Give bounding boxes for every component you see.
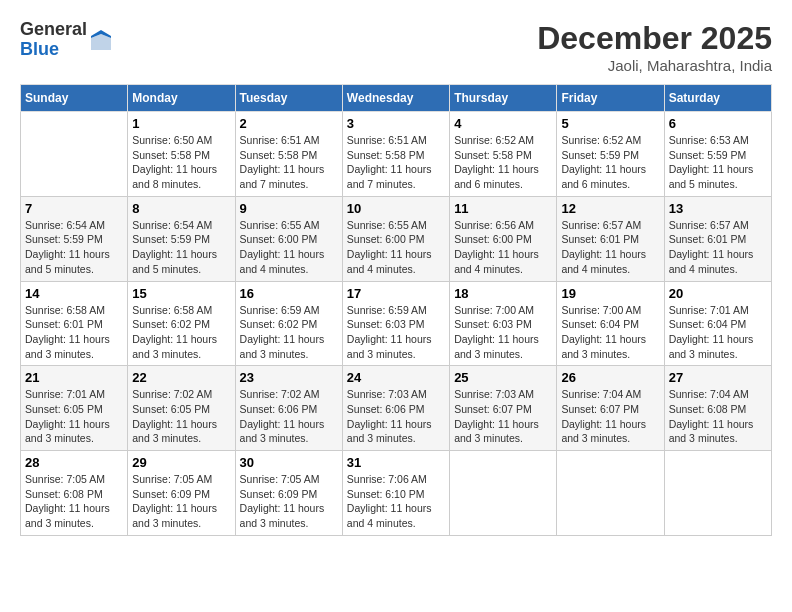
day-number: 23 — [240, 370, 338, 385]
calendar-cell: 25Sunrise: 7:03 AMSunset: 6:07 PMDayligh… — [450, 366, 557, 451]
calendar-cell: 16Sunrise: 6:59 AMSunset: 6:02 PMDayligh… — [235, 281, 342, 366]
day-info: Sunrise: 7:04 AMSunset: 6:08 PMDaylight:… — [669, 387, 767, 446]
calendar-cell: 3Sunrise: 6:51 AMSunset: 5:58 PMDaylight… — [342, 112, 449, 197]
day-info: Sunrise: 7:02 AMSunset: 6:06 PMDaylight:… — [240, 387, 338, 446]
day-info: Sunrise: 7:05 AMSunset: 6:09 PMDaylight:… — [240, 472, 338, 531]
weekday-header: Sunday — [21, 85, 128, 112]
day-info: Sunrise: 6:59 AMSunset: 6:02 PMDaylight:… — [240, 303, 338, 362]
day-info: Sunrise: 7:04 AMSunset: 6:07 PMDaylight:… — [561, 387, 659, 446]
calendar-cell: 31Sunrise: 7:06 AMSunset: 6:10 PMDayligh… — [342, 451, 449, 536]
day-number: 20 — [669, 286, 767, 301]
day-info: Sunrise: 7:01 AMSunset: 6:04 PMDaylight:… — [669, 303, 767, 362]
day-number: 28 — [25, 455, 123, 470]
day-info: Sunrise: 6:57 AMSunset: 6:01 PMDaylight:… — [561, 218, 659, 277]
calendar-cell — [557, 451, 664, 536]
day-number: 10 — [347, 201, 445, 216]
weekday-header: Tuesday — [235, 85, 342, 112]
calendar-cell: 28Sunrise: 7:05 AMSunset: 6:08 PMDayligh… — [21, 451, 128, 536]
day-number: 8 — [132, 201, 230, 216]
day-info: Sunrise: 6:55 AMSunset: 6:00 PMDaylight:… — [240, 218, 338, 277]
calendar-cell: 9Sunrise: 6:55 AMSunset: 6:00 PMDaylight… — [235, 196, 342, 281]
calendar-header-row: SundayMondayTuesdayWednesdayThursdayFrid… — [21, 85, 772, 112]
title-area: December 2025 Jaoli, Maharashtra, India — [537, 20, 772, 74]
calendar-cell: 22Sunrise: 7:02 AMSunset: 6:05 PMDayligh… — [128, 366, 235, 451]
calendar-cell: 17Sunrise: 6:59 AMSunset: 6:03 PMDayligh… — [342, 281, 449, 366]
day-info: Sunrise: 7:00 AMSunset: 6:03 PMDaylight:… — [454, 303, 552, 362]
day-info: Sunrise: 6:59 AMSunset: 6:03 PMDaylight:… — [347, 303, 445, 362]
calendar-cell: 21Sunrise: 7:01 AMSunset: 6:05 PMDayligh… — [21, 366, 128, 451]
calendar-week-row: 7Sunrise: 6:54 AMSunset: 5:59 PMDaylight… — [21, 196, 772, 281]
day-number: 6 — [669, 116, 767, 131]
calendar-cell: 10Sunrise: 6:55 AMSunset: 6:00 PMDayligh… — [342, 196, 449, 281]
weekday-header: Thursday — [450, 85, 557, 112]
day-number: 2 — [240, 116, 338, 131]
calendar-table: SundayMondayTuesdayWednesdayThursdayFrid… — [20, 84, 772, 536]
day-info: Sunrise: 7:06 AMSunset: 6:10 PMDaylight:… — [347, 472, 445, 531]
calendar-cell: 23Sunrise: 7:02 AMSunset: 6:06 PMDayligh… — [235, 366, 342, 451]
calendar-cell: 14Sunrise: 6:58 AMSunset: 6:01 PMDayligh… — [21, 281, 128, 366]
day-info: Sunrise: 7:02 AMSunset: 6:05 PMDaylight:… — [132, 387, 230, 446]
day-number: 16 — [240, 286, 338, 301]
calendar-cell: 6Sunrise: 6:53 AMSunset: 5:59 PMDaylight… — [664, 112, 771, 197]
logo-icon — [89, 28, 113, 52]
calendar-cell — [21, 112, 128, 197]
month-title: December 2025 — [537, 20, 772, 57]
location: Jaoli, Maharashtra, India — [537, 57, 772, 74]
day-info: Sunrise: 7:05 AMSunset: 6:09 PMDaylight:… — [132, 472, 230, 531]
day-number: 5 — [561, 116, 659, 131]
calendar-cell: 18Sunrise: 7:00 AMSunset: 6:03 PMDayligh… — [450, 281, 557, 366]
day-number: 25 — [454, 370, 552, 385]
weekday-header: Wednesday — [342, 85, 449, 112]
calendar-cell: 15Sunrise: 6:58 AMSunset: 6:02 PMDayligh… — [128, 281, 235, 366]
day-number: 15 — [132, 286, 230, 301]
logo-blue: Blue — [20, 40, 87, 60]
day-number: 1 — [132, 116, 230, 131]
calendar-cell — [664, 451, 771, 536]
calendar-week-row: 1Sunrise: 6:50 AMSunset: 5:58 PMDaylight… — [21, 112, 772, 197]
day-number: 22 — [132, 370, 230, 385]
weekday-header: Monday — [128, 85, 235, 112]
day-info: Sunrise: 7:05 AMSunset: 6:08 PMDaylight:… — [25, 472, 123, 531]
day-info: Sunrise: 6:55 AMSunset: 6:00 PMDaylight:… — [347, 218, 445, 277]
weekday-header: Friday — [557, 85, 664, 112]
day-number: 17 — [347, 286, 445, 301]
day-info: Sunrise: 6:54 AMSunset: 5:59 PMDaylight:… — [132, 218, 230, 277]
day-number: 27 — [669, 370, 767, 385]
logo-general: General — [20, 20, 87, 40]
day-info: Sunrise: 7:03 AMSunset: 6:06 PMDaylight:… — [347, 387, 445, 446]
day-number: 18 — [454, 286, 552, 301]
calendar-cell: 1Sunrise: 6:50 AMSunset: 5:58 PMDaylight… — [128, 112, 235, 197]
day-number: 14 — [25, 286, 123, 301]
day-info: Sunrise: 7:01 AMSunset: 6:05 PMDaylight:… — [25, 387, 123, 446]
calendar-cell: 30Sunrise: 7:05 AMSunset: 6:09 PMDayligh… — [235, 451, 342, 536]
calendar-cell: 11Sunrise: 6:56 AMSunset: 6:00 PMDayligh… — [450, 196, 557, 281]
day-info: Sunrise: 7:00 AMSunset: 6:04 PMDaylight:… — [561, 303, 659, 362]
calendar-cell: 29Sunrise: 7:05 AMSunset: 6:09 PMDayligh… — [128, 451, 235, 536]
day-info: Sunrise: 6:56 AMSunset: 6:00 PMDaylight:… — [454, 218, 552, 277]
day-info: Sunrise: 6:50 AMSunset: 5:58 PMDaylight:… — [132, 133, 230, 192]
day-number: 31 — [347, 455, 445, 470]
logo: General Blue — [20, 20, 113, 60]
calendar-cell: 4Sunrise: 6:52 AMSunset: 5:58 PMDaylight… — [450, 112, 557, 197]
calendar-cell: 13Sunrise: 6:57 AMSunset: 6:01 PMDayligh… — [664, 196, 771, 281]
day-info: Sunrise: 6:52 AMSunset: 5:59 PMDaylight:… — [561, 133, 659, 192]
calendar-cell: 19Sunrise: 7:00 AMSunset: 6:04 PMDayligh… — [557, 281, 664, 366]
day-number: 29 — [132, 455, 230, 470]
calendar-cell: 24Sunrise: 7:03 AMSunset: 6:06 PMDayligh… — [342, 366, 449, 451]
day-info: Sunrise: 6:53 AMSunset: 5:59 PMDaylight:… — [669, 133, 767, 192]
day-info: Sunrise: 6:58 AMSunset: 6:02 PMDaylight:… — [132, 303, 230, 362]
calendar-cell: 12Sunrise: 6:57 AMSunset: 6:01 PMDayligh… — [557, 196, 664, 281]
calendar-cell: 20Sunrise: 7:01 AMSunset: 6:04 PMDayligh… — [664, 281, 771, 366]
day-info: Sunrise: 6:58 AMSunset: 6:01 PMDaylight:… — [25, 303, 123, 362]
calendar-cell: 8Sunrise: 6:54 AMSunset: 5:59 PMDaylight… — [128, 196, 235, 281]
day-number: 9 — [240, 201, 338, 216]
day-info: Sunrise: 6:51 AMSunset: 5:58 PMDaylight:… — [240, 133, 338, 192]
calendar-week-row: 14Sunrise: 6:58 AMSunset: 6:01 PMDayligh… — [21, 281, 772, 366]
day-info: Sunrise: 6:54 AMSunset: 5:59 PMDaylight:… — [25, 218, 123, 277]
day-info: Sunrise: 7:03 AMSunset: 6:07 PMDaylight:… — [454, 387, 552, 446]
day-number: 11 — [454, 201, 552, 216]
day-number: 19 — [561, 286, 659, 301]
day-info: Sunrise: 6:57 AMSunset: 6:01 PMDaylight:… — [669, 218, 767, 277]
day-number: 30 — [240, 455, 338, 470]
day-number: 26 — [561, 370, 659, 385]
